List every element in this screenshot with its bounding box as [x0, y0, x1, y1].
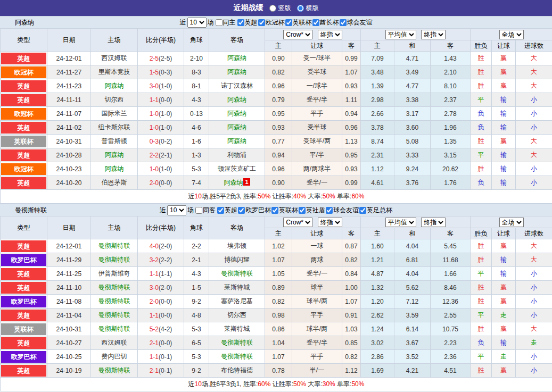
match-row: 英超24-10-28阿森纳2-2(2-1)1-3利物浦0.94平/半0.952.…: [1, 148, 552, 162]
avg-away-cell: 3.15: [431, 148, 471, 162]
league-checkbox[interactable]: [312, 19, 319, 26]
date-cell: 24-10-19: [47, 364, 91, 378]
handicap-cell: 输: [492, 107, 516, 121]
corner-cell: 4-6: [184, 121, 209, 135]
league-filter[interactable]: 英社盾: [298, 206, 325, 215]
let-home-cell: 0.94: [265, 148, 292, 162]
average-final-select[interactable]: 终指: [421, 30, 446, 39]
avg-away-cell: 20.62: [431, 162, 471, 176]
games-label: 场: [208, 18, 214, 27]
avg-draw-cell: 4.04: [394, 239, 431, 253]
result-cell: 胜: [471, 253, 492, 267]
away-cell: 利物浦: [209, 148, 265, 162]
odds-company-select[interactable]: Crow*: [283, 30, 312, 39]
league-checkbox[interactable]: [340, 19, 347, 26]
score-cell: 2-1(0-0): [138, 336, 184, 350]
team-section-manutd: 曼彻斯特联 近 10 场 同客 英超欧罗巴杯英联杯英社盾球会友谊英足总杯: [0, 204, 552, 391]
avg-home-cell: 2.62: [361, 308, 394, 322]
avg-away-cell: 1.35: [431, 135, 471, 148]
league-cell: 英超: [1, 239, 47, 253]
home-cell: 普雷斯顿: [91, 135, 138, 148]
league-checkbox[interactable]: [238, 207, 245, 214]
odds-final-select[interactable]: 终指: [318, 218, 342, 227]
home-cell: 纽卡斯尔联: [91, 121, 138, 135]
league-filter[interactable]: 欧罗巴杯: [237, 206, 271, 215]
away-team: 埃弗顿: [227, 242, 246, 249]
league-filter[interactable]: 酋长杯: [312, 18, 339, 27]
avg-select-cell: 平均值 终指: [361, 29, 471, 40]
match-count-select[interactable]: 10: [167, 205, 186, 215]
league-checkbox[interactable]: [326, 207, 333, 214]
home-cell: 里斯本竞技: [91, 65, 138, 79]
average-select[interactable]: 平均值: [385, 218, 416, 227]
avg-home-cell: 4.61: [361, 176, 394, 190]
league-filter[interactable]: 英超: [237, 18, 258, 27]
score-cell: 1-0(1-0): [138, 162, 184, 176]
league-filter[interactable]: 欧冠杯: [258, 18, 285, 27]
result-cell: 平: [471, 350, 492, 364]
let-away-cell: 0.87: [342, 239, 361, 253]
home-cell: 国际米兰: [91, 107, 138, 121]
handicap-cell: 赢: [492, 364, 516, 378]
red-card-badge: 1: [243, 178, 250, 186]
let-line-cell: 平手: [292, 308, 342, 322]
result-cell: 平: [471, 267, 492, 281]
matches-table: 类型 日期 主场 比分(半场) 角球 客场 Crow* 终指 平均值 终指: [0, 216, 552, 391]
league-badge: 英超: [1, 310, 46, 321]
average-select[interactable]: 平均值: [385, 30, 416, 39]
layout-horizontal-option[interactable]: 横版: [296, 4, 319, 13]
league-checkbox[interactable]: [285, 19, 292, 26]
vertical-radio[interactable]: [269, 5, 276, 12]
let-away-cell: 0.94: [342, 107, 361, 121]
odds-final-select[interactable]: 终指: [318, 30, 342, 39]
league-cell: 英超: [1, 281, 47, 295]
league-checkbox[interactable]: [271, 207, 278, 214]
home-team: 伯恩茅斯: [102, 179, 127, 186]
scope-select[interactable]: 全场: [499, 218, 524, 227]
league-filter[interactable]: 球会友谊: [339, 18, 373, 27]
scope-select[interactable]: 全场: [499, 30, 524, 39]
let-line-cell: 球半/两: [292, 295, 342, 308]
league-badge: 英超: [1, 122, 46, 134]
score-cell: 2-0(0-0): [138, 295, 184, 308]
away-cell: 阿森纳1: [209, 176, 265, 190]
same-venue-filter[interactable]: 同主: [215, 18, 236, 27]
league-checkbox[interactable]: [217, 207, 224, 214]
horizontal-radio[interactable]: [297, 5, 304, 12]
league-filter[interactable]: 英联杯: [271, 206, 298, 215]
league-filter[interactable]: 英联杯: [285, 18, 312, 27]
avg-home-cell: 2.86: [361, 350, 394, 364]
league-filter[interactable]: 英超: [217, 206, 237, 215]
league-filter[interactable]: 球会友谊: [325, 206, 359, 215]
away-team: 布伦特福德: [221, 366, 253, 374]
league-checkbox[interactable]: [258, 19, 265, 26]
col-goals: 进球数: [516, 40, 552, 52]
average-final-select[interactable]: 终指: [421, 218, 446, 227]
avg-away-cell: 8.46: [431, 281, 471, 295]
scope-select-cell: 全场: [471, 216, 552, 228]
handicap-cell: 赢: [492, 79, 516, 93]
league-checkbox[interactable]: [359, 207, 366, 214]
odds-select-cell: Crow* 终指: [265, 216, 361, 228]
score-cell: 1-0(1-0): [138, 121, 184, 135]
league-filter[interactable]: 英足总杯: [359, 206, 392, 215]
avg-draw-cell: 3.17: [394, 107, 431, 121]
odds-company-select[interactable]: Crow*: [283, 218, 312, 227]
match-row: 英超24-11-11切尔西1-1(0-0)4-3阿森纳0.79受平/半1.112…: [1, 93, 552, 107]
match-count-select[interactable]: 10: [187, 18, 207, 28]
league-cell: 欧冠杯: [1, 107, 47, 121]
score-cell: 0-3(0-2): [138, 135, 184, 148]
league-checkbox[interactable]: [237, 19, 244, 26]
handicap-cell: 输: [492, 267, 516, 281]
same-venue-checkbox[interactable]: [195, 207, 202, 214]
layout-vertical-option[interactable]: 竖版: [269, 4, 291, 13]
goals-cell: 小: [516, 121, 552, 135]
date-cell: 24-11-25: [47, 267, 91, 281]
same-venue-checkbox[interactable]: [216, 19, 223, 26]
league-checkbox[interactable]: [299, 207, 306, 214]
date-cell: 24-10-31: [47, 135, 91, 148]
same-venue-filter[interactable]: 同客: [195, 206, 216, 215]
league-cell: 英超: [1, 364, 47, 378]
home-team: 西汉姆联: [102, 54, 127, 62]
let-line-cell: 两/两球半: [292, 162, 342, 176]
